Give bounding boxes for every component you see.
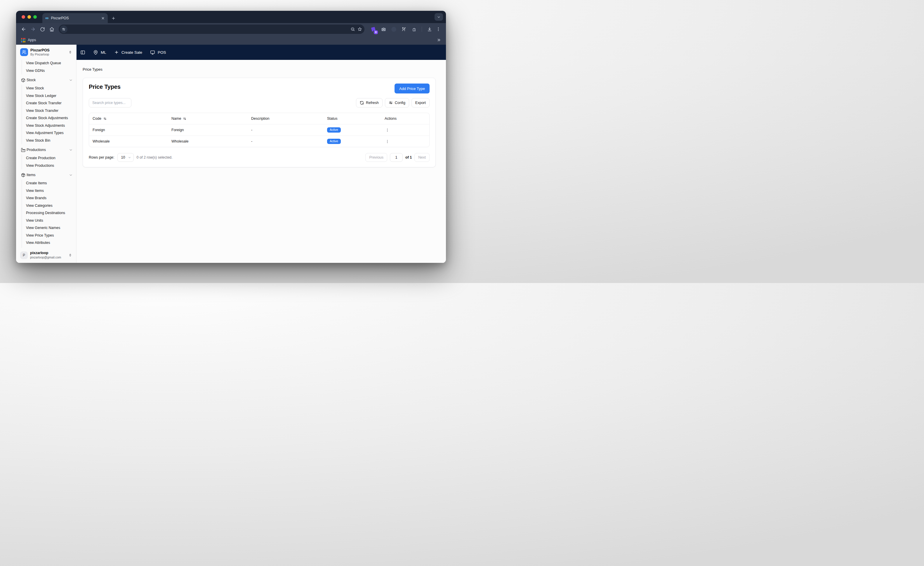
table-row[interactable]: WholesaleWholesale-Active xyxy=(89,135,429,147)
factory-icon xyxy=(21,148,26,152)
zoom-page-icon[interactable] xyxy=(351,27,355,32)
workspace-title: PixzarPOS xyxy=(30,48,66,53)
sidebar-section-stock[interactable]: Stock xyxy=(21,76,73,84)
cell-name: Foreign xyxy=(168,128,248,132)
pos-button[interactable]: POS xyxy=(150,50,166,55)
close-window-button[interactable] xyxy=(22,15,25,19)
page-count-label: of 1 xyxy=(405,155,412,159)
sidebar-toggle-icon[interactable] xyxy=(80,50,85,55)
minimize-window-button[interactable] xyxy=(27,15,31,19)
maximize-window-button[interactable] xyxy=(33,15,37,19)
bookmark-apps[interactable]: Apps xyxy=(21,38,36,42)
sidebar-item-view-categories[interactable]: View Categories xyxy=(22,202,73,210)
next-page-button[interactable]: Next xyxy=(414,153,430,162)
page-body: Price Types Price Types Add Price Type R… xyxy=(76,60,446,263)
sidebar-section-items[interactable]: Items xyxy=(21,171,73,179)
extensions-puzzle-icon[interactable] xyxy=(411,26,418,33)
table-header-row: Code Name Description Status xyxy=(89,113,429,124)
sidebar-item-view-stock-bin[interactable]: View Stock Bin xyxy=(22,137,73,144)
sidebar-item-view-productions[interactable]: View Productions xyxy=(22,162,73,170)
sidebar-item-create-stock-transfer[interactable]: Create Stock Transfer xyxy=(22,100,73,107)
sidebar-item-view-attributes[interactable]: View Attributes xyxy=(22,239,73,247)
food-extension-icon[interactable] xyxy=(400,26,407,33)
screenshot-extension-icon[interactable] xyxy=(380,26,387,33)
extensions-area: 8 xyxy=(370,26,433,33)
sidebar-group: View StockView Stock LedgerCreate Stock … xyxy=(22,85,73,144)
cell-code: Wholesale xyxy=(89,139,168,143)
page-number-input[interactable] xyxy=(390,153,403,162)
browser-tab[interactable]: ∞ PixzarPOS xyxy=(42,13,108,23)
row-actions-button[interactable] xyxy=(385,139,390,144)
home-icon[interactable] xyxy=(48,25,56,33)
reload-icon[interactable] xyxy=(38,25,46,33)
workspace-text: PixzarPOS By Pixzarloop xyxy=(30,48,66,56)
column-header-code[interactable]: Code xyxy=(89,117,168,121)
selection-summary: 0 of 2 row(s) selected. xyxy=(136,155,172,159)
sidebar-item-create-production[interactable]: Create Production xyxy=(22,155,73,162)
status-badge: Active xyxy=(327,139,341,144)
search-input[interactable] xyxy=(89,98,131,108)
sidebar-item-view-stock[interactable]: View Stock xyxy=(22,85,73,92)
sidebar-item-view-stock-transfer[interactable]: View Stock Transfer xyxy=(22,107,73,115)
content-area: ML Create Sale POS Price Types Price Typ… xyxy=(76,45,446,263)
apps-label: Apps xyxy=(28,38,36,42)
downloads-icon[interactable] xyxy=(426,26,433,33)
create-sale-button[interactable]: Create Sale xyxy=(114,50,142,55)
sidebar-item-view-gdns[interactable]: View GDNs xyxy=(22,67,73,75)
sort-icon xyxy=(183,117,187,121)
browser-menu-icon[interactable] xyxy=(434,25,442,33)
add-price-type-button[interactable]: Add Price Type xyxy=(394,84,430,93)
card-header: Price Types Add Price Type xyxy=(89,84,430,93)
workspace-switcher[interactable]: PixzarPOS By Pixzarloop xyxy=(16,45,76,59)
cell-description: - xyxy=(248,128,324,132)
row-actions-button[interactable] xyxy=(385,127,390,133)
new-tab-button[interactable] xyxy=(111,16,116,21)
back-icon[interactable] xyxy=(20,25,28,33)
column-header-name[interactable]: Name xyxy=(168,117,248,121)
wallet-extension-icon[interactable]: 8 xyxy=(370,26,377,33)
sidebar-section-productions[interactable]: Productions xyxy=(21,146,73,154)
sidebar-item-view-adjustment-types[interactable]: View Adjustment Types xyxy=(22,129,73,137)
tab-close-icon[interactable] xyxy=(101,17,105,20)
sidebar-item-view-brands[interactable]: View Brands xyxy=(22,195,73,202)
chevron-down-icon xyxy=(69,78,73,82)
app-logo-users-icon xyxy=(20,48,28,56)
forward-icon[interactable] xyxy=(29,25,37,33)
avatar: P xyxy=(20,251,28,259)
tab-search-button[interactable] xyxy=(435,13,443,21)
config-button[interactable]: Config xyxy=(385,98,409,108)
sidebar-item-view-units[interactable]: View Units xyxy=(22,217,73,225)
sidebar-item-view-dispatch-queue[interactable]: View Dispatch Queue xyxy=(22,60,73,67)
browser-window: ∞ PixzarPOS xyxy=(16,11,446,263)
sidebar-item-view-price-types[interactable]: View Price Types xyxy=(22,232,73,239)
sidebar-item-view-generic-names[interactable]: View Generic Names xyxy=(22,224,73,232)
refresh-button[interactable]: Refresh xyxy=(356,98,382,108)
rows-per-page-label: Rows per page: xyxy=(89,155,114,159)
column-header-actions: Actions xyxy=(381,117,429,121)
window-controls xyxy=(22,15,37,19)
site-settings-icon[interactable] xyxy=(60,26,68,33)
address-bar[interactable] xyxy=(59,24,364,34)
sidebar-item-create-stock-adjustments[interactable]: Create Stock Adjustments xyxy=(22,114,73,122)
box-icon xyxy=(21,78,26,83)
sidebar: PixzarPOS By Pixzarloop View Dispatch Qu… xyxy=(16,45,76,263)
bookmark-star-icon[interactable] xyxy=(357,27,362,32)
sidebar-item-view-stock-adjustments[interactable]: View Stock Adjustments xyxy=(22,122,73,130)
column-header-description: Description xyxy=(248,117,324,121)
sidebar-item-create-items[interactable]: Create Items xyxy=(22,180,73,187)
table-actions: Refresh Config Export xyxy=(356,98,430,108)
cell-description: - xyxy=(248,139,324,143)
table-body: ForeignForeign-ActiveWholesaleWholesale-… xyxy=(89,124,429,147)
sidebar-group: View Dispatch QueueView GDNs xyxy=(22,60,73,75)
bookmarks-overflow-icon[interactable] xyxy=(437,38,441,42)
disabled-extension-icon[interactable] xyxy=(390,26,397,33)
sidebar-item-processing-destinations[interactable]: Processing Destinations xyxy=(22,209,73,217)
export-button[interactable]: Export xyxy=(411,98,430,108)
user-menu[interactable]: P pixzarloop pixzarloop@gmail.com xyxy=(16,248,76,263)
sidebar-item-view-items[interactable]: View Items xyxy=(22,187,73,195)
previous-page-button[interactable]: Previous xyxy=(365,153,387,162)
table-row[interactable]: ForeignForeign-Active xyxy=(89,124,429,135)
location-selector[interactable]: ML xyxy=(93,50,106,55)
rows-per-page-select[interactable]: 10 xyxy=(117,153,134,162)
sidebar-item-view-stock-ledger[interactable]: View Stock Ledger xyxy=(22,92,73,100)
